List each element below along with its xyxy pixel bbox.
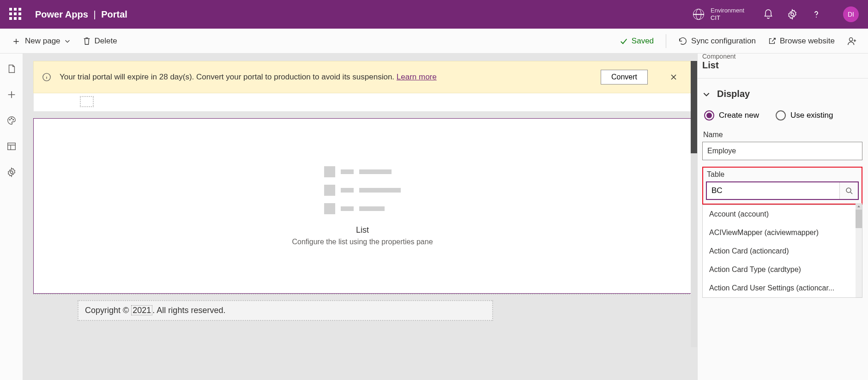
globe-icon [693, 9, 704, 20]
table-field-label: Table [707, 170, 859, 179]
list-placeholder-graphic [324, 166, 401, 214]
sync-label: Sync configuration [691, 36, 756, 46]
table-input[interactable] [707, 182, 839, 199]
environment-picker[interactable]: Environment CIT [693, 7, 744, 21]
brand-name: Power Apps [35, 9, 88, 19]
list-placeholder-subtitle: Configure the list using the properties … [292, 238, 433, 246]
dropdown-item[interactable]: Action Card (actioncard) [703, 242, 862, 260]
list-placeholder-title: List [356, 225, 369, 235]
table-dropdown: Account (account) ACIViewMapper (aciview… [702, 205, 862, 298]
footer-region: Copyright © 2021. All rights reserved. [33, 294, 692, 326]
trash-icon [83, 36, 91, 46]
list-source-radio-group: Create new Use existing [702, 105, 862, 129]
delete-label: Delete [95, 36, 117, 46]
environment-name: CIT [711, 14, 744, 22]
copyright-suffix: . All rights reserved. [152, 306, 225, 315]
close-icon[interactable] [664, 68, 683, 86]
browse-label: Browse website [780, 36, 835, 46]
dropdown-item[interactable]: ACIViewMapper (aciviewmapper) [703, 223, 862, 242]
check-icon [620, 37, 628, 45]
help-icon[interactable] [811, 9, 822, 20]
svg-point-3 [9, 119, 10, 120]
page-placeholder-row [33, 93, 692, 112]
copyright-prefix: Copyright © [85, 306, 131, 315]
svg-point-2 [850, 37, 853, 41]
plus-icon: ＋ [11, 34, 21, 48]
sync-button[interactable]: Sync configuration [678, 36, 756, 46]
scroll-up-arrow[interactable] [856, 203, 862, 210]
table-combobox[interactable] [706, 181, 859, 200]
waffle-icon[interactable] [9, 8, 22, 21]
display-section-label: Display [717, 89, 750, 99]
name-input[interactable] [702, 142, 862, 160]
user-avatar[interactable]: DI [843, 6, 859, 22]
separator [666, 34, 666, 48]
app-header: Power Apps | Portal Environment CIT DI [0, 0, 868, 29]
svg-point-9 [846, 188, 851, 193]
refresh-icon [678, 36, 687, 46]
name-field-label: Name [703, 131, 862, 139]
properties-pane: Component List Display Create new Use ex… [697, 54, 868, 380]
svg-point-1 [816, 17, 817, 18]
svg-point-4 [11, 118, 12, 119]
dropdown-item[interactable]: Account (account) [703, 205, 862, 223]
svg-rect-6 [7, 143, 15, 150]
gear-icon[interactable] [787, 9, 798, 20]
brand-title: Power Apps | Portal [35, 9, 127, 20]
new-page-label: New page [25, 36, 60, 46]
svg-point-7 [10, 171, 13, 174]
learn-more-link[interactable]: Learn more [397, 72, 437, 81]
settings-icon[interactable] [6, 167, 17, 177]
environment-label: Environment [711, 7, 744, 14]
dropdown-item[interactable]: Action Card Type (cardtype) [703, 260, 862, 279]
template-icon[interactable] [6, 141, 17, 151]
convert-button[interactable]: Convert [601, 70, 648, 84]
page-icon[interactable] [6, 64, 17, 74]
avatar-initials: DI [848, 11, 854, 18]
search-icon [845, 187, 853, 194]
main-area: Your trial portal will expire in 28 day(… [0, 54, 868, 380]
brand-separator: | [93, 9, 96, 19]
palette-icon[interactable] [6, 115, 17, 126]
external-link-icon [768, 37, 776, 45]
dropdown-scrollbar[interactable] [856, 205, 862, 297]
svg-point-0 [791, 13, 794, 16]
brand-page: Portal [101, 9, 127, 19]
dropdown-item[interactable]: Action Card User Settings (actioncar... [703, 279, 862, 297]
radio-use-existing[interactable]: Use existing [776, 110, 833, 121]
browse-website-button[interactable]: Browse website [768, 36, 835, 46]
chevron-down-icon [64, 38, 71, 44]
notification-message: Your trial portal will expire in 28 day(… [60, 72, 397, 81]
person-plus-icon[interactable] [847, 36, 857, 46]
copyright-text[interactable]: Copyright © 2021. All rights reserved. [78, 300, 493, 321]
delete-button[interactable]: Delete [83, 36, 117, 46]
insert-target[interactable] [80, 96, 94, 107]
divider [698, 78, 868, 78]
component-label: Component [702, 54, 862, 60]
radio-create-new[interactable]: Create new [704, 110, 759, 121]
saved-status: Saved [620, 36, 654, 46]
chevron-down-icon [702, 90, 711, 98]
new-page-button[interactable]: ＋ New page [11, 34, 71, 48]
table-field-highlight: Table [702, 167, 862, 205]
list-component-canvas[interactable]: List Configure the list using the proper… [33, 118, 692, 294]
copyright-year: 2021 [131, 305, 152, 315]
add-icon[interactable] [6, 90, 17, 100]
display-section-header[interactable]: Display [702, 83, 862, 105]
table-search-button[interactable] [839, 182, 858, 199]
svg-point-5 [12, 119, 13, 120]
notification-text: Your trial portal will expire in 28 day(… [60, 72, 437, 82]
radio-use-existing-label: Use existing [790, 111, 833, 120]
command-bar: ＋ New page Delete Saved Sync configurati… [0, 29, 868, 54]
bell-icon[interactable] [763, 9, 774, 20]
radio-create-new-label: Create new [719, 111, 759, 120]
component-type: List [702, 60, 862, 71]
saved-label: Saved [632, 36, 654, 46]
info-icon [42, 72, 51, 82]
trial-notification: Your trial portal will expire in 28 day(… [33, 61, 692, 93]
canvas-scrollbar[interactable] [691, 61, 697, 347]
left-rail [0, 54, 23, 380]
canvas: Your trial portal will expire in 28 day(… [23, 54, 697, 380]
